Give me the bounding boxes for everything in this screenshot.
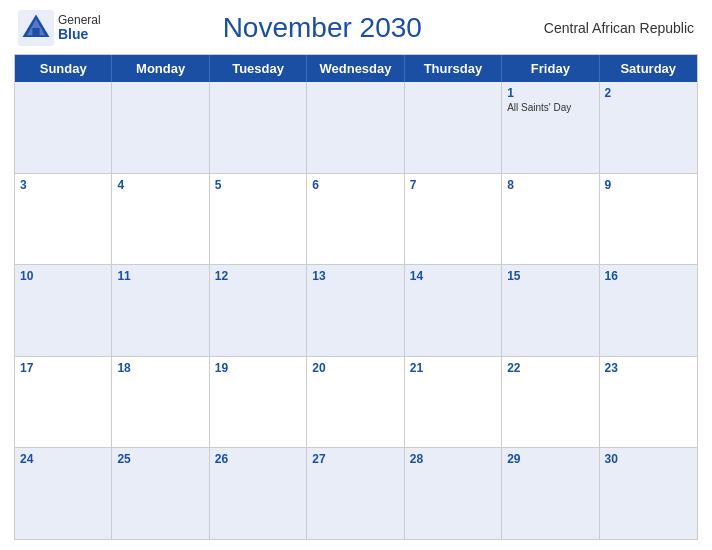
day-number: 2 [605,86,692,100]
header-sunday: Sunday [15,55,112,82]
day-cell-1-5 [405,82,502,173]
calendar-body: 1All Saints' Day234567891011121314151617… [15,82,697,539]
svg-rect-3 [32,28,39,37]
day-cell-5-1: 24 [15,448,112,539]
day-cell-4-5: 21 [405,357,502,448]
day-cell-2-1: 3 [15,174,112,265]
day-cell-1-6: 1All Saints' Day [502,82,599,173]
day-number: 13 [312,269,398,283]
calendar: Sunday Monday Tuesday Wednesday Thursday… [14,54,698,540]
day-cell-4-4: 20 [307,357,404,448]
day-cell-5-7: 30 [600,448,697,539]
header: General Blue November 2030 Central Afric… [14,10,698,46]
logo-icon [18,10,54,46]
week-row-4: 17181920212223 [15,356,697,448]
header-tuesday: Tuesday [210,55,307,82]
day-number: 11 [117,269,203,283]
week-row-3: 10111213141516 [15,264,697,356]
day-cell-5-2: 25 [112,448,209,539]
day-number: 22 [507,361,593,375]
header-saturday: Saturday [600,55,697,82]
day-cell-2-2: 4 [112,174,209,265]
holiday-name: All Saints' Day [507,102,593,114]
day-number: 12 [215,269,301,283]
day-cell-4-7: 23 [600,357,697,448]
day-cell-4-2: 18 [112,357,209,448]
day-number: 15 [507,269,593,283]
day-cell-2-7: 9 [600,174,697,265]
country: Central African Republic [544,20,694,36]
day-number: 10 [20,269,106,283]
day-number: 6 [312,178,398,192]
day-number: 18 [117,361,203,375]
header-thursday: Thursday [405,55,502,82]
day-number: 25 [117,452,203,466]
day-number: 3 [20,178,106,192]
day-number: 26 [215,452,301,466]
day-cell-1-4 [307,82,404,173]
day-number: 14 [410,269,496,283]
header-wednesday: Wednesday [307,55,404,82]
day-number: 8 [507,178,593,192]
day-number: 16 [605,269,692,283]
day-cell-4-1: 17 [15,357,112,448]
day-cell-4-3: 19 [210,357,307,448]
day-cell-2-3: 5 [210,174,307,265]
day-number: 24 [20,452,106,466]
day-number: 19 [215,361,301,375]
day-number: 9 [605,178,692,192]
day-cell-2-4: 6 [307,174,404,265]
week-row-1: 1All Saints' Day2 [15,82,697,173]
day-number: 20 [312,361,398,375]
day-cell-1-7: 2 [600,82,697,173]
day-cell-2-6: 8 [502,174,599,265]
day-number: 1 [507,86,593,100]
day-cell-3-7: 16 [600,265,697,356]
day-cell-5-4: 27 [307,448,404,539]
day-number: 21 [410,361,496,375]
logo-general-text: General [58,14,101,27]
logo: General Blue [18,10,101,46]
week-row-2: 3456789 [15,173,697,265]
day-cell-3-1: 10 [15,265,112,356]
day-cell-4-6: 22 [502,357,599,448]
day-cell-3-4: 13 [307,265,404,356]
day-cell-1-2 [112,82,209,173]
day-cell-2-5: 7 [405,174,502,265]
day-number: 5 [215,178,301,192]
day-headers: Sunday Monday Tuesday Wednesday Thursday… [15,55,697,82]
header-monday: Monday [112,55,209,82]
logo-text: General Blue [58,14,101,43]
day-cell-3-2: 11 [112,265,209,356]
header-friday: Friday [502,55,599,82]
day-cell-5-5: 28 [405,448,502,539]
day-number: 23 [605,361,692,375]
week-row-5: 24252627282930 [15,447,697,539]
calendar-page: General Blue November 2030 Central Afric… [0,0,712,550]
day-number: 7 [410,178,496,192]
day-cell-3-6: 15 [502,265,599,356]
day-number: 29 [507,452,593,466]
logo-blue-text: Blue [58,27,101,42]
day-cell-1-1 [15,82,112,173]
day-cell-5-3: 26 [210,448,307,539]
day-cell-3-5: 14 [405,265,502,356]
month-year: November 2030 [223,12,422,44]
day-number: 30 [605,452,692,466]
day-number: 17 [20,361,106,375]
title-block: November 2030 [223,12,422,44]
day-cell-1-3 [210,82,307,173]
day-number: 4 [117,178,203,192]
day-number: 27 [312,452,398,466]
day-cell-5-6: 29 [502,448,599,539]
day-number: 28 [410,452,496,466]
day-cell-3-3: 12 [210,265,307,356]
